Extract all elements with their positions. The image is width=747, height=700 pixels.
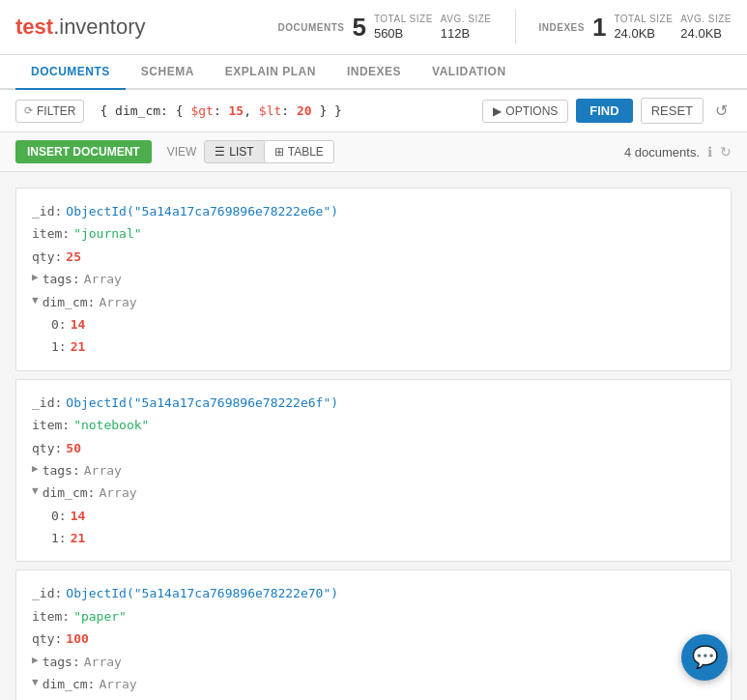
- total-size-label: TOTAL SIZE: [374, 14, 433, 24]
- doc-field-dimcm: ▼ dim_cm: Array: [32, 291, 715, 313]
- qty-value: 100: [66, 627, 88, 650]
- doc-field-dimcm-1: 1: 21: [51, 527, 715, 549]
- id-value: ObjectId("5a14a17ca769896e78222e70"): [66, 582, 338, 604]
- find-button[interactable]: FIND: [576, 99, 632, 123]
- doc-field-tags: ▶ tags: Array: [32, 459, 715, 481]
- logo-test: test: [15, 15, 53, 39]
- dimcm-collapse-arrow[interactable]: ▼: [32, 481, 39, 501]
- doc-field-tags: ▶ tags: Array: [32, 268, 715, 290]
- document-count: 4 documents.: [624, 145, 700, 160]
- indexes-avg-sub: AVG. SIZE 24.0KB: [680, 14, 732, 41]
- id-key: _id:: [32, 392, 62, 414]
- query-display[interactable]: { dim_cm: { $gt: 15, $lt: 20 } }: [92, 100, 474, 122]
- dimcm-children: 0: 14 1: 21: [32, 313, 715, 359]
- doc-field-dimcm-0: 0: 14: [51, 505, 715, 527]
- query-brace-open: {: [100, 103, 115, 118]
- query-colon2: :: [214, 103, 229, 118]
- documents-stat-group: DOCUMENTS 5 TOTAL SIZE 560B AVG. SIZE 11…: [277, 14, 491, 41]
- options-button[interactable]: ▶ OPTIONS: [482, 100, 568, 123]
- tags-expand-arrow[interactable]: ▶: [32, 651, 39, 670]
- view-label: VIEW: [167, 145, 197, 159]
- doc-field-dimcm-1: 1: 21: [51, 335, 715, 358]
- list-label: LIST: [229, 145, 253, 159]
- dimcm-key: dim_cm:: [43, 291, 96, 313]
- options-arrow: ▶: [493, 104, 502, 118]
- doc-field-item: item: "paper": [32, 605, 715, 627]
- filter-toolbar: ⟳ FILTER { dim_cm: { $gt: 15, $lt: 20 } …: [0, 90, 747, 132]
- insert-document-button[interactable]: INSERT DOCUMENT: [15, 140, 152, 163]
- indexes-stat-group: INDEXES 1 TOTAL SIZE 24.0KB AVG. SIZE 24…: [539, 14, 732, 41]
- dimcm-0-key: 0:: [51, 505, 67, 527]
- tab-schema[interactable]: SCHEMA: [126, 55, 210, 90]
- item-value: "notebook": [73, 414, 149, 436]
- tab-indexes[interactable]: INDEXES: [331, 55, 417, 90]
- list-view-button[interactable]: ☰ LIST: [205, 141, 263, 162]
- dimcm-collapse-arrow[interactable]: ▼: [32, 291, 39, 310]
- query-gt-val: 15: [229, 103, 244, 118]
- tags-expand-arrow[interactable]: ▶: [32, 459, 39, 479]
- qty-key: qty:: [32, 437, 62, 459]
- chat-bubble[interactable]: 💬: [681, 634, 728, 681]
- refresh-button[interactable]: ↻: [720, 144, 732, 160]
- dimcm-0-key: 0:: [51, 313, 67, 335]
- document-card: _id: ObjectId("5a14a17ca769896e78222e6f"…: [15, 379, 732, 563]
- action-bar: INSERT DOCUMENT VIEW ☰ LIST ⊞ TABLE 4 do…: [0, 132, 747, 172]
- indexes-avg-size-value: 24.0KB: [680, 26, 732, 41]
- query-lt-val: 20: [297, 103, 312, 118]
- info-button[interactable]: ℹ: [707, 144, 712, 160]
- avg-size-label: AVG. SIZE: [441, 14, 492, 24]
- item-key: item:: [32, 222, 70, 245]
- table-view-button[interactable]: ⊞ TABLE: [264, 141, 333, 162]
- tab-validation[interactable]: VALIDATION: [417, 55, 522, 90]
- query-lt-op: $lt: [259, 103, 281, 118]
- doc-field-id: _id: ObjectId("5a14a17ca769896e78222e6e"…: [32, 200, 715, 222]
- table-label: TABLE: [288, 145, 324, 159]
- indexes-avg-size-label: AVG. SIZE: [680, 14, 732, 24]
- table-icon: ⊞: [274, 145, 284, 159]
- total-size-value: 560B: [374, 26, 433, 41]
- dimcm-key: dim_cm:: [43, 673, 96, 695]
- dimcm-collapse-arrow[interactable]: ▼: [32, 673, 39, 692]
- dimcm-0-value: 14: [71, 505, 86, 527]
- item-value: "paper": [73, 605, 127, 627]
- id-key: _id:: [32, 200, 62, 222]
- query-gt-op: $gt: [190, 103, 213, 118]
- doc-field-tags: ▶ tags: Array: [32, 651, 715, 673]
- filter-button[interactable]: ⟳ FILTER: [15, 100, 84, 123]
- doc-field-id: _id: ObjectId("5a14a17ca769896e78222e6f"…: [32, 392, 715, 414]
- tags-value: Array: [84, 651, 122, 673]
- query-comma: ,: [244, 103, 259, 118]
- tab-explain-plan[interactable]: EXPLAIN PLAN: [210, 55, 331, 90]
- id-key: _id:: [32, 582, 62, 604]
- filter-label: FILTER: [37, 104, 75, 118]
- doc-field-id: _id: ObjectId("5a14a17ca769896e78222e70"…: [32, 582, 715, 604]
- chat-icon: 💬: [692, 645, 718, 670]
- dimcm-1-key: 1:: [51, 527, 67, 549]
- list-icon: ☰: [215, 145, 225, 159]
- qty-key: qty:: [32, 627, 62, 650]
- doc-field-qty: qty: 100: [32, 627, 715, 650]
- doc-field-dimcm: ▼ dim_cm: Array: [32, 673, 715, 695]
- documents-list: _id: ObjectId("5a14a17ca769896e78222e6e"…: [0, 172, 747, 700]
- dimcm-0-value: 14: [71, 313, 86, 335]
- doc-field-qty: qty: 25: [32, 246, 715, 268]
- tags-value: Array: [84, 459, 122, 481]
- query-colon1: : {: [160, 103, 190, 118]
- documents-label: DOCUMENTS: [277, 22, 344, 33]
- tags-value: Array: [84, 268, 122, 290]
- header: test.inventory DOCUMENTS 5 TOTAL SIZE 56…: [0, 0, 747, 55]
- dimcm-children: 0: 14 1: 21: [32, 505, 715, 550]
- dimcm-value: Array: [99, 291, 136, 313]
- dimcm-0-key: 0:: [51, 695, 67, 700]
- tags-expand-arrow[interactable]: ▶: [32, 268, 39, 287]
- history-button[interactable]: ↺: [711, 100, 732, 122]
- doc-field-dimcm-0: 0: 14: [51, 695, 715, 700]
- item-key: item:: [32, 605, 70, 627]
- reset-button[interactable]: RESET: [641, 98, 704, 124]
- tab-bar: DOCUMENTS SCHEMA EXPLAIN PLAN INDEXES VA…: [0, 55, 747, 90]
- tab-documents[interactable]: DOCUMENTS: [15, 55, 126, 90]
- dimcm-0-value: 14: [71, 695, 86, 700]
- view-toggle: ☰ LIST ⊞ TABLE: [204, 140, 333, 163]
- document-card: _id: ObjectId("5a14a17ca769896e78222e6e"…: [15, 188, 732, 371]
- query-dim-key: dim_cm: [115, 103, 160, 118]
